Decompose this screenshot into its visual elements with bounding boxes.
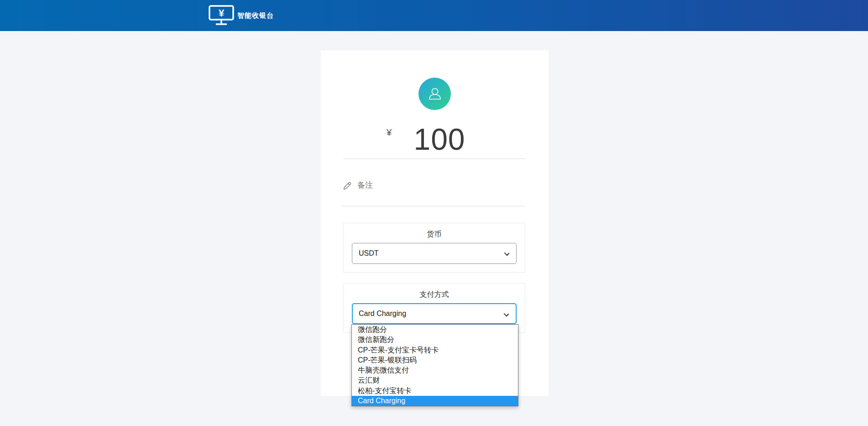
page-title: 智能收银台 xyxy=(237,0,274,31)
dropdown-option[interactable]: 云汇财 xyxy=(352,375,518,385)
currency-symbol: ¥ xyxy=(387,127,392,138)
payment-section-label: 支付方式 xyxy=(344,284,525,300)
currency-section-label: 货币 xyxy=(344,223,525,240)
app-header: ¥ 智能收银台 xyxy=(0,0,868,31)
pencil-icon xyxy=(342,181,352,191)
logo-yen-glyph: ¥ xyxy=(219,7,225,19)
dropdown-option[interactable]: 微信跑分 xyxy=(352,325,518,335)
payment-method-select[interactable]: Card Charging xyxy=(352,303,517,324)
amount-value: 100 xyxy=(413,123,465,155)
user-icon xyxy=(425,84,445,104)
payment-selected-value: Card Charging xyxy=(359,310,406,318)
remark-label: 备注 xyxy=(357,180,373,190)
dropdown-option[interactable]: CP-芒果-银联扫码 xyxy=(352,355,518,365)
remark-field[interactable]: 备注 xyxy=(342,177,525,206)
checkout-card: ¥ 100 备注 货币 USDT 支付方式 Card Charging 微信跑分… xyxy=(321,50,549,396)
dropdown-option[interactable]: 微信新跑分 xyxy=(352,335,518,345)
dropdown-option[interactable]: 松柏-支付宝转卡 xyxy=(352,386,518,396)
currency-select[interactable]: USDT xyxy=(352,243,517,264)
chevron-down-icon xyxy=(504,311,509,317)
dropdown-option[interactable]: CP-芒果-支付宝卡号转卡 xyxy=(352,345,518,355)
amount-field[interactable]: ¥ 100 xyxy=(344,123,525,159)
cashier-monitor-icon: ¥ xyxy=(209,4,234,26)
payment-method-dropdown: 微信跑分微信新跑分CP-芒果-支付宝卡号转卡CP-芒果-银联扫码牛脑壳微信支付云… xyxy=(351,324,518,406)
currency-section: 货币 USDT xyxy=(343,223,525,273)
currency-selected-value: USDT xyxy=(359,249,379,258)
chevron-down-icon xyxy=(504,251,510,256)
dropdown-option[interactable]: Card Charging xyxy=(352,396,518,406)
dropdown-option[interactable]: 牛脑壳微信支付 xyxy=(352,365,518,375)
avatar xyxy=(418,78,451,110)
